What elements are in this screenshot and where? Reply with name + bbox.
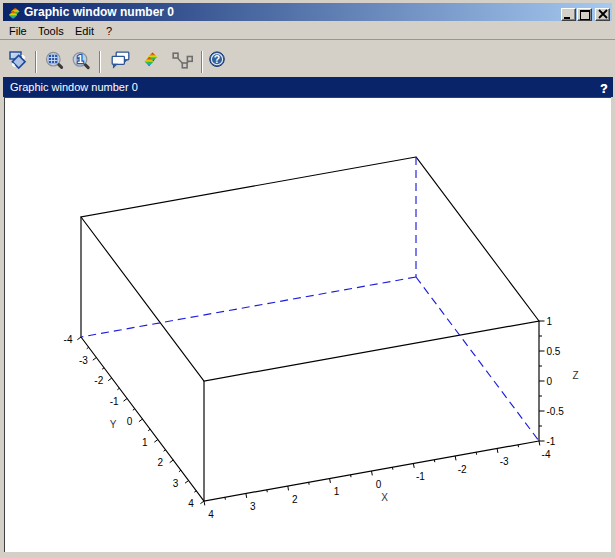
- svg-text:-0.5: -0.5: [547, 406, 565, 417]
- svg-text:X: X: [381, 492, 388, 503]
- svg-text:-1: -1: [416, 471, 425, 482]
- svg-text:4: 4: [188, 498, 194, 509]
- svg-text:-1: -1: [110, 396, 119, 407]
- svg-text:-2: -2: [458, 464, 467, 475]
- svg-text:Y: Y: [110, 419, 117, 430]
- svg-text:2: 2: [157, 457, 163, 468]
- svg-text:1: 1: [547, 316, 553, 327]
- svg-text:0.5: 0.5: [547, 346, 561, 357]
- svg-text:-3: -3: [79, 355, 88, 366]
- svg-text:0: 0: [127, 416, 133, 427]
- svg-text:4: 4: [208, 509, 214, 520]
- svg-text:-4: -4: [542, 449, 551, 460]
- svg-text:3: 3: [173, 478, 179, 489]
- svg-text:0: 0: [376, 479, 382, 490]
- svg-text:?: ?: [214, 53, 220, 65]
- svg-text:0: 0: [547, 376, 553, 387]
- svg-text:-3: -3: [500, 456, 509, 467]
- svg-text:-4: -4: [64, 334, 73, 345]
- svg-text:Z: Z: [573, 370, 579, 381]
- svg-text:1: 1: [142, 437, 148, 448]
- svg-text:1: 1: [334, 486, 340, 497]
- svg-text:2: 2: [292, 494, 298, 505]
- svg-text:-2: -2: [94, 375, 103, 386]
- svg-text:1: 1: [77, 53, 83, 65]
- svg-text:-1: -1: [547, 436, 556, 447]
- svg-text:3: 3: [250, 501, 256, 512]
